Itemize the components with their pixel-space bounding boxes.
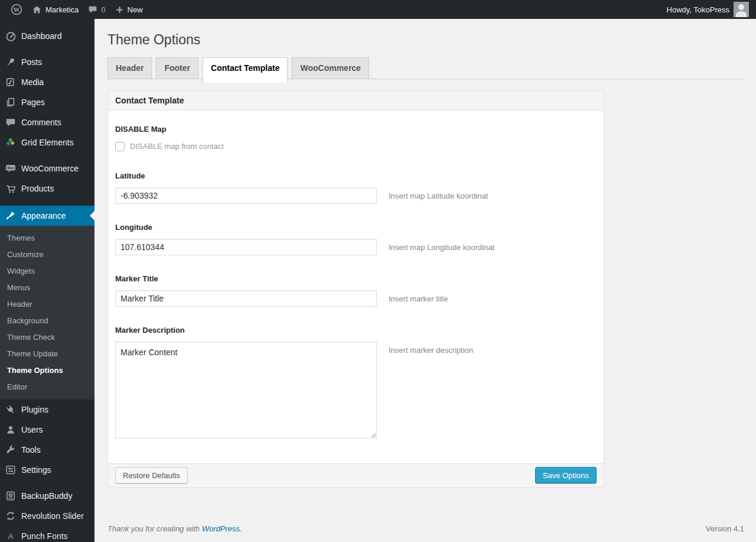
sidebar-item-media[interactable]: Media [0, 72, 94, 92]
svg-text:A: A [8, 532, 13, 541]
menu-separator [0, 480, 94, 486]
disable-map-checkbox[interactable] [115, 142, 125, 151]
marker-title-group: Marker Title Insert marker title [115, 274, 597, 307]
sidebar-item-users[interactable]: Users [0, 420, 94, 440]
page-title: Theme Options [107, 19, 744, 49]
avatar [734, 2, 749, 17]
submenu-item-widgets[interactable]: Widgets [0, 263, 94, 280]
marker-description-group: Marker Description Marker Content Insert… [115, 326, 597, 439]
longitude-group: Longitude Insert map Longitude koordinat [115, 223, 597, 255]
marker-title-input[interactable] [115, 290, 377, 307]
sidebar-item-pages[interactable]: Pages [0, 92, 94, 112]
submenu-item-menus[interactable]: Menus [0, 280, 94, 296]
sidebar-item-tools[interactable]: Tools [0, 440, 94, 460]
revolution-slider-icon [5, 510, 17, 522]
sidebar-item-label: Plugins [21, 405, 48, 414]
tab-contact-template[interactable]: Contact Template [203, 57, 288, 83]
comment-count: 0 [101, 5, 105, 14]
save-options-button[interactable]: Save Options [535, 467, 597, 483]
tab-footer[interactable]: Footer [156, 57, 198, 79]
cart-icon [5, 183, 17, 194]
media-icon [5, 76, 17, 88]
submenu-item-theme-update[interactable]: Theme Update [0, 346, 94, 362]
sidebar-item-label: Grid Elements [21, 138, 74, 147]
sidebar-item-label: Users [21, 425, 43, 434]
punch-fonts-icon: A [5, 530, 17, 542]
comments-icon [5, 116, 17, 128]
footer-thanks: Thank you for creating with WordPress. [107, 524, 242, 533]
sidebar-item-label: Dashboard [21, 31, 62, 41]
sidebar-item-label: Products [21, 184, 54, 193]
howdy-text: Howdy, TokoPress [667, 5, 729, 14]
submenu-item-theme-check[interactable]: Theme Check [0, 329, 94, 346]
sidebar-item-revolution-slider[interactable]: Revolution Slider [0, 506, 94, 526]
sidebar-item-settings[interactable]: Settings [0, 460, 94, 480]
longitude-hint: Insert map Longitude koordinat [389, 239, 494, 252]
footer-version: Version 4.1 [706, 524, 744, 533]
sidebar-item-label: Comments [21, 118, 61, 127]
panel-footer: Restore Defaults Save Options [108, 463, 604, 487]
submenu-item-header[interactable]: Header [0, 296, 94, 313]
sidebar-item-label: Posts [21, 57, 42, 67]
new-label: New [128, 5, 143, 14]
tab-woocommerce[interactable]: WooCommerce [292, 57, 369, 79]
grid-elements-icon [5, 137, 17, 148]
contact-template-panel: Contact Template DISABLE Map DISABLE map… [107, 90, 604, 488]
tab-header[interactable]: Header [107, 57, 152, 79]
sidebar-item-label: BackupBuddy [21, 491, 72, 501]
svg-text:Woo: Woo [7, 166, 15, 170]
sidebar-item-dashboard[interactable]: Dashboard [0, 26, 94, 46]
new-menu[interactable]: New [110, 0, 148, 19]
sidebar-item-backupbuddy[interactable]: BackupBuddy [0, 486, 94, 506]
marker-description-label: Marker Description [115, 326, 597, 335]
my-account-menu[interactable]: Howdy, TokoPress [662, 0, 750, 19]
panel-title: Contact Template [108, 91, 604, 111]
sidebar-item-woocommerce[interactable]: Woo WooCommerce [0, 158, 94, 178]
menu-separator [0, 199, 94, 206]
sidebar-item-label: Tools [21, 445, 41, 455]
marker-title-hint: Insert marker title [389, 290, 448, 303]
submenu-item-editor[interactable]: Editor [0, 379, 94, 395]
wordpress-link[interactable]: WordPress [202, 524, 240, 533]
sidebar-item-label: WooCommerce [21, 164, 79, 173]
admin-sidebar: Dashboard Posts Media Pages Comments Gri… [0, 19, 94, 542]
sidebar-item-punch-fonts[interactable]: A Punch Fonts [0, 526, 94, 542]
comments-menu[interactable]: 0 [83, 0, 110, 19]
wordpress-logo-menu[interactable]: W [6, 0, 27, 19]
longitude-input[interactable] [115, 239, 377, 255]
sidebar-item-label: Appearance [21, 211, 66, 220]
marker-description-textarea[interactable]: Marker Content [115, 342, 377, 439]
latitude-group: Latitude Insert map Latitude koordinat [115, 171, 597, 204]
restore-defaults-button[interactable]: Restore Defaults [115, 467, 188, 483]
dashboard-icon [5, 30, 17, 42]
disable-map-group: DISABLE Map DISABLE map from contact [115, 125, 597, 152]
pages-icon [5, 96, 17, 108]
tools-wrench-icon [5, 444, 17, 456]
sidebar-item-appearance[interactable]: Appearance [0, 206, 94, 226]
submenu-item-background[interactable]: Background [0, 313, 94, 329]
panel-body: DISABLE Map DISABLE map from contact Lat… [108, 111, 604, 463]
sidebar-item-grid-elements[interactable]: Grid Elements [0, 132, 94, 152]
admin-bar: W Marketica 0 New Howdy, TokoPress [0, 0, 756, 19]
submenu-item-customize[interactable]: Customize [0, 246, 94, 263]
sidebar-item-comments[interactable]: Comments [0, 112, 94, 132]
sidebar-item-plugins[interactable]: Plugins [0, 400, 94, 420]
sidebar-item-label: Pages [21, 98, 45, 107]
woocommerce-icon: Woo [5, 163, 17, 174]
latitude-input[interactable] [115, 187, 377, 204]
submenu-item-theme-options[interactable]: Theme Options [0, 362, 94, 379]
site-name-menu[interactable]: Marketica [27, 0, 83, 19]
sidebar-item-posts[interactable]: Posts [0, 52, 94, 72]
pin-icon [5, 56, 17, 68]
disable-map-checkbox-label[interactable]: DISABLE map from contact [130, 142, 224, 151]
page-footer: Thank you for creating with WordPress. V… [107, 524, 744, 539]
tabs-row: Header Footer Contact Template WooCommer… [107, 57, 744, 83]
users-icon [5, 424, 17, 436]
sidebar-item-label: Punch Fonts [21, 531, 68, 541]
sidebar-item-products[interactable]: Products [0, 178, 94, 199]
sidebar-item-label: Revolution Slider [21, 511, 84, 521]
latitude-label: Latitude [115, 171, 597, 180]
sidebar-item-label: Media [21, 77, 44, 87]
submenu-item-themes[interactable]: Themes [0, 230, 94, 246]
latitude-hint: Insert map Latitude koordinat [389, 187, 488, 200]
